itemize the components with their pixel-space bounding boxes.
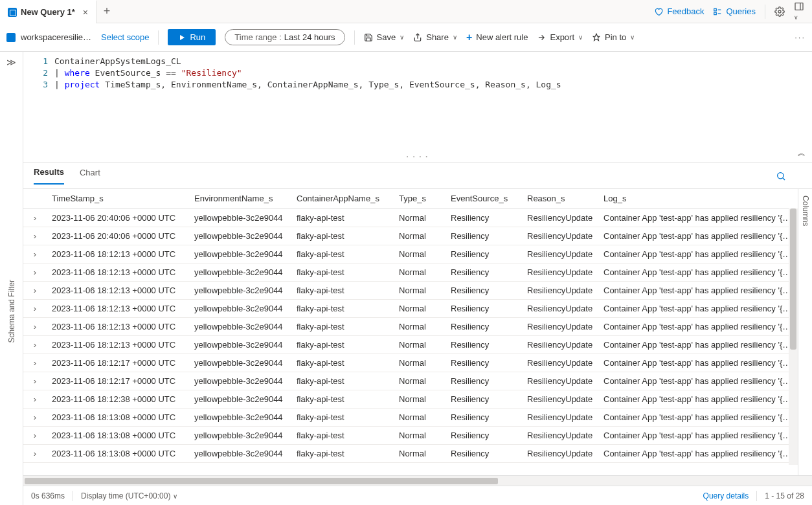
run-button[interactable]: Run — [168, 29, 216, 45]
cell-log: Container App 'test-app' has applied res… — [598, 390, 798, 408]
feedback-button[interactable]: Feedback — [654, 6, 704, 16]
settings-icon[interactable] — [774, 6, 785, 17]
close-icon[interactable]: × — [83, 7, 88, 17]
table-row[interactable]: ›2023-11-06 18:12:13 +0000 UTCyellowpebb… — [23, 335, 798, 354]
save-icon — [364, 33, 373, 42]
list-icon — [713, 7, 722, 16]
cell-reason: ResiliencyUpdate — [522, 263, 598, 281]
expand-row-icon[interactable]: › — [23, 281, 47, 299]
cell-log: Container App 'test-app' has applied res… — [598, 317, 798, 335]
cell-app: flaky-api-test — [291, 408, 394, 426]
cell-source: Resiliency — [445, 317, 522, 335]
queries-button[interactable]: Queries — [713, 6, 756, 16]
expand-row-icon[interactable]: › — [23, 263, 47, 281]
table-row[interactable]: ›2023-11-06 20:40:06 +0000 UTCyellowpebb… — [23, 208, 798, 227]
cell-timestamp: 2023-11-06 18:12:13 +0000 UTC — [47, 335, 189, 354]
table-row[interactable]: ›2023-11-06 18:12:13 +0000 UTCyellowpebb… — [23, 281, 798, 299]
query-editor[interactable]: 1 2 3 ContainerAppSystemLogs_CL | where … — [23, 52, 812, 163]
export-button[interactable]: Export∨ — [537, 32, 583, 42]
table-row[interactable]: ›2023-11-06 18:13:08 +0000 UTCyellowpebb… — [23, 444, 798, 462]
select-scope-link[interactable]: Select scope — [101, 32, 149, 42]
table-row[interactable]: ›2023-11-06 18:12:17 +0000 UTCyellowpebb… — [23, 372, 798, 390]
horizontal-scrollbar[interactable] — [23, 475, 812, 486]
share-button[interactable]: Share∨ — [413, 32, 457, 42]
expand-row-icon[interactable]: › — [23, 227, 47, 245]
expand-row-icon[interactable]: › — [23, 245, 47, 263]
col-reason[interactable]: Reason_s — [522, 189, 598, 208]
toolbar: workspaceresilienc... Select scope Run T… — [0, 23, 812, 52]
time-range-button[interactable]: Time range : Last 24 hours — [225, 29, 344, 45]
expand-row-icon[interactable]: › — [23, 208, 47, 227]
cell-reason: ResiliencyUpdate — [522, 281, 598, 299]
expand-row-icon[interactable]: › — [23, 426, 47, 444]
cell-timestamp: 2023-11-06 18:13:08 +0000 UTC — [47, 444, 189, 462]
table-row[interactable]: ›2023-11-06 18:12:13 +0000 UTCyellowpebb… — [23, 245, 798, 263]
col-env[interactable]: EnvironmentName_s — [189, 189, 291, 208]
svg-point-8 — [778, 172, 784, 178]
new-alert-button[interactable]: + New alert rule — [466, 32, 528, 43]
schema-panel-collapsed[interactable]: ≫ Schema and Filter — [0, 52, 23, 505]
save-button[interactable]: Save∨ — [364, 32, 405, 42]
tab-chart[interactable]: Chart — [80, 168, 100, 184]
table-row[interactable]: ›2023-11-06 18:12:17 +0000 UTCyellowpebb… — [23, 354, 798, 372]
pin-button[interactable]: Pin to∨ — [592, 32, 635, 42]
cell-source: Resiliency — [445, 444, 522, 462]
panel-icon[interactable]: ∨ — [794, 1, 804, 21]
tab-results[interactable]: Results — [34, 167, 64, 185]
expand-icon[interactable]: ≫ — [6, 57, 16, 67]
collapse-editor-icon[interactable]: ︽ — [798, 148, 806, 159]
table-row[interactable]: ›2023-11-06 18:12:13 +0000 UTCyellowpebb… — [23, 263, 798, 281]
cell-log: Container App 'test-app' has applied res… — [598, 426, 798, 444]
cell-reason: ResiliencyUpdate — [522, 245, 598, 263]
cell-env: yellowpebble-3c2e9044 — [189, 227, 291, 245]
cell-env: yellowpebble-3c2e9044 — [189, 281, 291, 299]
table-row[interactable]: ›2023-11-06 18:12:38 +0000 UTCyellowpebb… — [23, 390, 798, 408]
cell-type: Normal — [394, 299, 445, 317]
play-icon — [178, 34, 186, 41]
table-row[interactable]: ›2023-11-06 18:12:13 +0000 UTCyellowpebb… — [23, 299, 798, 317]
query-details-link[interactable]: Query details — [703, 491, 749, 500]
cell-reason: ResiliencyUpdate — [522, 390, 598, 408]
columns-panel-toggle[interactable]: Columns — [798, 189, 812, 475]
expand-row-icon[interactable]: › — [23, 408, 47, 426]
cell-app: flaky-api-test — [291, 263, 394, 281]
line-gutter: 1 2 3 — [23, 52, 54, 163]
cell-env: yellowpebble-3c2e9044 — [189, 372, 291, 390]
vertical-scrollbar[interactable] — [789, 208, 798, 465]
cell-app: flaky-api-test — [291, 281, 394, 299]
results-table[interactable]: TimeStamp_s EnvironmentName_s ContainerA… — [23, 189, 798, 475]
code-area[interactable]: ContainerAppSystemLogs_CL | where EventS… — [54, 52, 561, 163]
table-row[interactable]: ›2023-11-06 18:13:08 +0000 UTCyellowpebb… — [23, 426, 798, 444]
query-tab[interactable]: New Query 1* × — [0, 0, 96, 23]
table-row[interactable]: ›2023-11-06 18:12:13 +0000 UTCyellowpebb… — [23, 317, 798, 335]
col-type[interactable]: Type_s — [394, 189, 445, 208]
expand-row-icon[interactable]: › — [23, 335, 47, 354]
table-row[interactable]: ›2023-11-06 20:40:06 +0000 UTCyellowpebb… — [23, 227, 798, 245]
col-app[interactable]: ContainerAppName_s — [291, 189, 394, 208]
cell-source: Resiliency — [445, 372, 522, 390]
plus-icon: + — [466, 32, 472, 43]
more-icon[interactable]: ··· — [795, 32, 806, 42]
cell-app: flaky-api-test — [291, 335, 394, 354]
expand-row-icon[interactable]: › — [23, 317, 47, 335]
scope-picker[interactable]: workspaceresilienc... — [6, 32, 92, 42]
col-source[interactable]: EventSource_s — [445, 189, 522, 208]
new-tab-button[interactable]: + — [96, 5, 117, 18]
cell-env: yellowpebble-3c2e9044 — [189, 390, 291, 408]
expand-row-icon[interactable]: › — [23, 444, 47, 462]
expand-row-icon[interactable]: › — [23, 372, 47, 390]
resize-handle-icon[interactable]: ···· — [405, 152, 430, 161]
cell-timestamp: 2023-11-06 18:13:08 +0000 UTC — [47, 426, 189, 444]
table-row[interactable]: ›2023-11-06 18:13:08 +0000 UTCyellowpebb… — [23, 408, 798, 426]
cell-log: Container App 'test-app' has applied res… — [598, 281, 798, 299]
cell-app: flaky-api-test — [291, 208, 394, 227]
col-timestamp[interactable]: TimeStamp_s — [47, 189, 189, 208]
expand-row-icon[interactable]: › — [23, 299, 47, 317]
cell-reason: ResiliencyUpdate — [522, 372, 598, 390]
display-time-button[interactable]: Display time (UTC+00:00) ∨ — [81, 491, 177, 500]
cell-source: Resiliency — [445, 227, 522, 245]
search-icon[interactable] — [776, 171, 786, 181]
expand-row-icon[interactable]: › — [23, 354, 47, 372]
col-log[interactable]: Log_s — [598, 189, 798, 208]
expand-row-icon[interactable]: › — [23, 390, 47, 408]
